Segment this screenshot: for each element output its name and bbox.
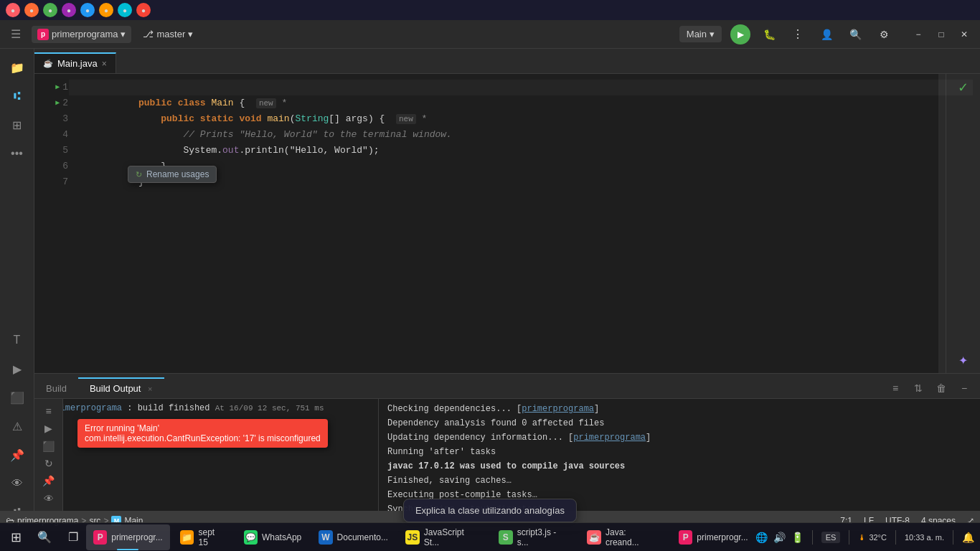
branch-dropdown-icon: ▾ [188, 29, 193, 39]
build-rerun-icon[interactable]: ↻ [39, 457, 59, 470]
taskbar-app-label-java: Java: creand... [606, 527, 661, 547]
tab-build-output[interactable]: Build Output × [78, 377, 164, 398]
sidebar-item-pin[interactable]: 📌 [4, 442, 30, 468]
tab-build-output-close[interactable]: × [148, 385, 152, 393]
build-stop-icon[interactable]: ⬛ [39, 440, 59, 453]
check-status-icon: ✓ [958, 80, 969, 95]
start-button[interactable]: ⊞ [3, 524, 29, 550]
debug-button[interactable]: 🐛 [759, 24, 779, 44]
taskbar-app-whatsapp[interactable]: 💬 WhatsApp [237, 524, 309, 550]
panel-minimize-button[interactable]: − [954, 378, 974, 398]
ai-assistant-icon[interactable]: ✦ [958, 354, 968, 367]
code-line-1: public class Main { new * [83, 80, 930, 95]
build-run-icon[interactable]: ▶ [39, 422, 59, 435]
more-options-button[interactable]: ⋮ [788, 24, 808, 44]
maximize-button[interactable]: □ [931, 24, 951, 44]
taskbar-app-javascript[interactable]: JS JavaScript St... [398, 524, 489, 550]
sidebar-item-problems[interactable]: ⚠ [4, 413, 30, 439]
sidebar-item-template[interactable]: T [4, 327, 30, 353]
taskbar-app-java[interactable]: ☕ Java: creand... [580, 524, 669, 550]
taskbar-app-script[interactable]: S script3.js - s... [491, 524, 577, 550]
run-config-selector[interactable]: Main ▾ [679, 26, 722, 42]
taskbar-app-primerprograma[interactable]: P primerprogr... [86, 524, 170, 550]
build-log-row-2: Dependency analysis found 0 affected fil… [379, 416, 980, 430]
project-selector[interactable]: p primerprograma ▾ [32, 26, 131, 43]
hamburger-menu[interactable]: ☰ [6, 24, 26, 44]
run-config-dropdown-icon: ▾ [710, 29, 715, 39]
error-tooltip: Error running 'Main' com.intellij.execut… [77, 419, 328, 448]
build-eye-icon[interactable]: 👁 [39, 492, 59, 505]
project-name: primerprograma [52, 29, 118, 39]
build-pin-icon[interactable]: 📌 [39, 474, 59, 487]
project-dropdown-icon: ▾ [121, 29, 126, 39]
temperature-display: 🌡 32°C [858, 533, 887, 542]
close-button[interactable]: ✕ [954, 24, 974, 44]
tab-build[interactable]: Build [34, 377, 78, 398]
build-log-row-4: Running 'after' tasks [379, 445, 980, 459]
rename-icon: ↻ [136, 170, 142, 179]
line-numbers: ▶1 ▶2 3 4 5 6 7 [34, 74, 74, 373]
code-content[interactable]: public class Main { new * public static … [74, 74, 938, 373]
sidebar-item-more[interactable]: ••• [4, 141, 30, 166]
sys-app-icon[interactable]: ● [43, 3, 57, 17]
taskbar-app-icon-whatsapp: 💬 [244, 530, 258, 545]
tab-close-button[interactable]: × [102, 59, 107, 69]
build-success-row: ✓ primerprograma : build finished At 16/… [34, 399, 378, 416]
build-log-link-1[interactable]: primerprograma [522, 404, 594, 414]
branch-name: master [156, 29, 185, 39]
build-status-text: : build finished [127, 403, 215, 413]
tray-volume-icon[interactable]: 🔊 [773, 532, 786, 543]
search-taskbar-button[interactable]: 🔍 [32, 524, 57, 550]
run-gutter-1: ▶ [55, 80, 60, 95]
tray-network-icon[interactable]: 🌐 [755, 532, 768, 543]
build-filter-icon[interactable]: ≡ [39, 405, 59, 418]
taskbar-app-label-word: Documento... [337, 532, 388, 542]
settings-button[interactable]: ⚙ [874, 24, 894, 44]
taskbar-app-icon-javascript: JS [405, 530, 420, 545]
sys-app-icon[interactable]: ● [99, 3, 113, 17]
search-button[interactable]: 🔍 [845, 24, 865, 44]
minimize-button[interactable]: − [908, 24, 928, 44]
sys-app-icon[interactable]: ● [118, 3, 132, 17]
system-tray: 🌐 🔊 🔋 ES 🌡 32°C 10:33 a. m. 🔔 [755, 530, 974, 545]
sidebar-item-folder[interactable]: 📁 [4, 55, 30, 80]
left-sidebar: 📁 ⑆ ⊞ ••• T ▶ ⬛ ⚠ 📌 👁 ⑆ [0, 49, 34, 531]
rename-popup[interactable]: ↻ Rename usages [128, 166, 217, 183]
panel-delete-button[interactable]: 🗑 [931, 378, 951, 398]
java-file-icon: ☕ [43, 59, 53, 68]
code-editor[interactable]: ▶1 ▶2 3 4 5 6 7 public class Main { new … [34, 74, 980, 373]
sidebar-item-plugins[interactable]: ⊞ [4, 112, 30, 138]
sidebar-item-eye[interactable]: 👁 [4, 471, 30, 496]
run-button[interactable]: ▶ [730, 24, 750, 44]
sys-app-icon[interactable]: ● [24, 3, 39, 17]
tray-battery-icon[interactable]: 🔋 [791, 532, 804, 543]
language-indicator[interactable]: ES [821, 532, 841, 543]
profile-button[interactable]: 👤 [816, 24, 837, 44]
panel-sort-button[interactable]: ⇅ [908, 378, 928, 398]
sys-app-icon[interactable]: ● [6, 3, 20, 17]
sys-app-icon[interactable]: ● [80, 3, 95, 17]
sys-app-icon[interactable]: ● [62, 3, 76, 17]
branch-selector[interactable]: ⎇ master ▾ [137, 26, 199, 42]
taskbar-app-folder[interactable]: 📁 sept 15 [173, 524, 234, 550]
build-log-link-2[interactable]: primerprograma [573, 433, 646, 443]
run-gutter-2: ▶ [55, 95, 60, 111]
editor-area: ☕ Main.java × ▶1 ▶2 3 4 5 6 7 public cla… [34, 49, 980, 531]
bottom-tabs: Build Build Output × ≡ ⇅ 🗑 − [34, 374, 980, 399]
taskview-button[interactable]: ❐ [60, 524, 86, 550]
sidebar-item-vcs[interactable]: ⑆ [4, 83, 30, 109]
vertical-scrollbar[interactable] [938, 74, 946, 373]
panel-filter-button[interactable]: ≡ [885, 378, 905, 398]
error-tooltip-line1: Error running 'Main' [85, 423, 321, 433]
sidebar-item-run[interactable]: ▶ [4, 356, 30, 382]
taskbar-app-word[interactable]: W Documento... [311, 524, 395, 550]
notifications-icon[interactable]: 🔔 [962, 532, 974, 543]
tab-main-java[interactable]: ☕ Main.java × [34, 52, 116, 73]
sys-app-icon[interactable]: ● [136, 3, 151, 17]
taskbar-app-icon-folder: 📁 [180, 530, 194, 545]
build-left-sidebar: ≡ ▶ ⬛ ↻ 📌 👁 [34, 399, 63, 511]
build-log-row-6: Finished, saving caches… [379, 474, 980, 488]
taskbar-app-intellij2[interactable]: P primerprogr... [672, 524, 755, 550]
main-layout: 📁 ⑆ ⊞ ••• T ▶ ⬛ ⚠ 📌 👁 ⑆ ☕ Main.java × ▶1 [0, 49, 980, 531]
sidebar-item-terminal[interactable]: ⬛ [4, 385, 30, 410]
